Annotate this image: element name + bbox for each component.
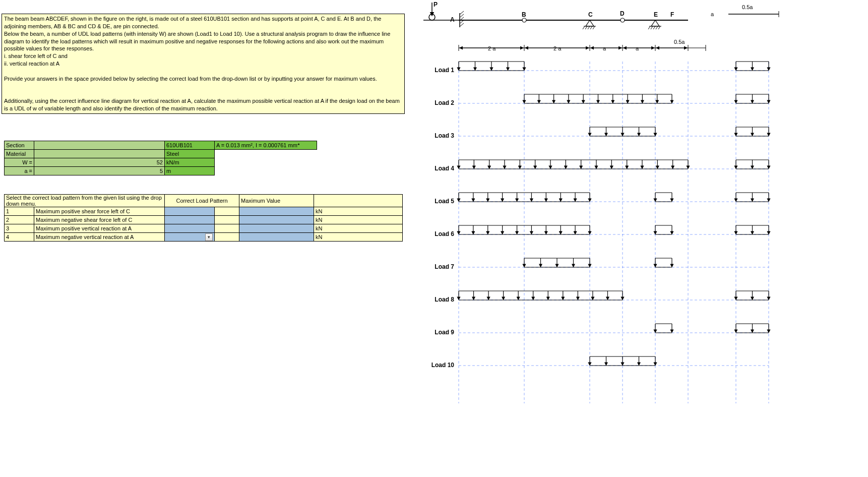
svg-line-22 <box>651 26 653 29</box>
row-desc: Maximum positive vertical reaction at A <box>34 224 165 233</box>
w-label: W = <box>5 158 34 167</box>
row-desc: Maximum negative shear force left of C <box>34 216 165 224</box>
row-index: 2 <box>5 216 34 224</box>
svg-point-13 <box>621 18 625 22</box>
row-unit: kN <box>314 233 403 242</box>
svg-line-25 <box>658 26 660 29</box>
max-value-input[interactable] <box>239 224 314 233</box>
load-label: Load 3 <box>426 132 454 139</box>
row-index: 3 <box>5 224 34 233</box>
svg-line-17 <box>588 26 590 29</box>
problem-p3: Provide your answers in the space provid… <box>4 76 377 82</box>
a-label: a = <box>5 167 34 175</box>
svg-point-12 <box>522 18 526 22</box>
row-desc: Maximum positive shear force left of C <box>34 207 165 216</box>
diagram-svg <box>423 0 867 474</box>
svg-line-6 <box>460 11 464 14</box>
row-index: 1 <box>5 207 34 216</box>
svg-line-24 <box>656 26 658 29</box>
answer-table: Select the correct load pattern from the… <box>4 194 403 242</box>
row-unit: kN <box>314 207 403 216</box>
params-table: Section 610UB101 A = 0.013 mm², I = 0.00… <box>4 141 317 175</box>
row-index: 4 <box>5 233 34 242</box>
problem-statement: The beam beam ABCDEF, shown in the figur… <box>2 14 405 114</box>
load-label: Load 4 <box>426 165 454 172</box>
material-blank <box>34 150 165 158</box>
beam-diagram: P 0.5a A B C D E F a 2 a 2 a a a 0.5a Lo… <box>423 0 867 474</box>
svg-line-18 <box>590 26 592 29</box>
chevron-down-icon[interactable]: ▾ <box>205 233 213 241</box>
blank-header <box>314 195 403 207</box>
answer-instruction: Select the correct load pattern from the… <box>5 195 165 207</box>
max-value-input[interactable] <box>239 216 314 224</box>
load-label: Load 10 <box>426 362 454 369</box>
svg-point-5 <box>429 14 435 20</box>
row-spacer <box>215 207 239 216</box>
problem-i2: ii. vertical reaction at A <box>4 61 59 67</box>
answer-row: 4Maximum negative vertical reaction at A… <box>5 233 403 242</box>
row-spacer <box>215 224 239 233</box>
row-unit: kN <box>314 216 403 224</box>
problem-p1: The beam beam ABCDEF, shown in the figur… <box>4 16 381 29</box>
svg-line-7 <box>460 14 464 17</box>
row-spacer <box>215 216 239 224</box>
row-unit: kN <box>314 224 403 233</box>
col-pattern-header: Correct Load Pattern <box>165 195 239 207</box>
material-label: Material <box>5 150 34 158</box>
section-extra: A = 0.013 mm², I = 0.000761 mm⁴ <box>215 141 317 150</box>
load-pattern-dropdown[interactable]: ▾ <box>165 233 215 242</box>
max-value-input[interactable] <box>239 207 314 216</box>
row-desc: Maximum negative vertical reaction at A <box>34 233 165 242</box>
load-label: Load 8 <box>426 296 454 303</box>
load-label: Load 9 <box>426 329 454 336</box>
w-unit: kN/m <box>165 158 215 167</box>
load-label: Load 1 <box>426 67 454 74</box>
svg-line-16 <box>585 26 587 29</box>
load-label: Load 5 <box>426 198 454 205</box>
col-max-header: Maximum Value <box>239 195 314 207</box>
problem-p2: Below the beam, a number of UDL load pat… <box>4 31 390 52</box>
answer-row: 1Maximum positive shear force left of Ck… <box>5 207 403 216</box>
section-value: 610UB101 <box>165 141 215 150</box>
section-blank <box>34 141 165 150</box>
load-label: Load 2 <box>426 99 454 106</box>
svg-line-21 <box>648 26 650 29</box>
svg-line-10 <box>460 23 464 26</box>
load-label: Load 7 <box>426 263 454 270</box>
w-value: 52 <box>34 158 165 167</box>
load-label: Load 6 <box>426 230 454 237</box>
answer-row: 3Maximum positive vertical reaction at A… <box>5 224 403 233</box>
a-unit: m <box>165 167 215 175</box>
row-spacer <box>215 233 239 242</box>
load-pattern-dropdown[interactable] <box>165 224 215 233</box>
problem-i1: i. shear force left of C and <box>4 53 68 59</box>
problem-p4: Additionally, using the correct influenc… <box>4 98 400 111</box>
svg-line-15 <box>583 26 585 29</box>
a-value: 5 <box>34 167 165 175</box>
answer-row: 2Maximum negative shear force left of Ck… <box>5 216 403 224</box>
svg-line-19 <box>593 26 595 29</box>
svg-line-23 <box>653 26 655 29</box>
load-pattern-dropdown[interactable] <box>165 216 215 224</box>
max-value-input[interactable] <box>239 233 314 242</box>
material-value: Steel <box>165 150 215 158</box>
load-pattern-dropdown[interactable] <box>165 207 215 216</box>
section-label: Section <box>5 141 34 150</box>
